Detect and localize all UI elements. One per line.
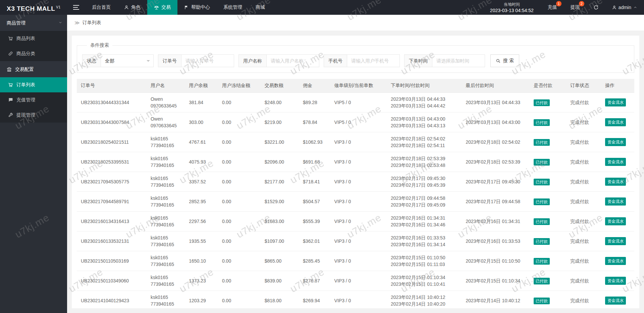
fund-flow-button[interactable]: 资金流水: [605, 257, 626, 265]
user-account: 773940165: [151, 261, 181, 268]
phone-filter: 手机号: [324, 54, 400, 67]
paid-status-cell: 已付款: [530, 291, 566, 309]
nav-help-center[interactable]: 帮助中心: [177, 0, 217, 15]
user-name: ksk0165: [151, 254, 181, 261]
nav-mall[interactable]: 商城: [249, 0, 272, 15]
table-row: UB2302141040129423 ksk0165 773940165 120…: [77, 291, 634, 309]
action-cell: 资金流水: [601, 172, 634, 192]
order-time: 2023年02月18日 02:53:39: [391, 155, 458, 162]
user-icon: [612, 5, 616, 10]
sidebar-section-trade-config[interactable]: 交易配置: [0, 61, 67, 77]
recharge-button[interactable]: 充值 1: [541, 0, 564, 15]
local-time-value: 2023-03-13 04:54:52: [490, 7, 534, 13]
fund-flow-button[interactable]: 资金流水: [605, 297, 626, 305]
user-account: 773940165: [151, 301, 181, 307]
order-no-cell: UB2302170944589791: [77, 192, 147, 212]
commission-cell: $691.68: [299, 152, 330, 172]
user-name: ksk0165: [151, 175, 181, 182]
paid-badge: 已付款: [534, 258, 550, 265]
fund-flow-button[interactable]: 资金流水: [605, 118, 626, 126]
user-account: 773940165: [151, 162, 181, 169]
flag-icon: [184, 5, 189, 10]
trade-amount-cell: $1529.00: [261, 192, 299, 212]
fund-flow-button[interactable]: 资金流水: [605, 197, 626, 206]
fund-flow-button[interactable]: 资金流水: [605, 158, 626, 166]
order-time: 2023年02月14日 10:40:12: [391, 294, 458, 301]
fund-flow-button[interactable]: 资金流水: [605, 277, 626, 285]
user-menu[interactable]: admin: [605, 0, 644, 15]
user-name: ksk0165: [151, 155, 181, 162]
vip-level-cell: VIP5 / 0: [330, 93, 387, 113]
nav-roles[interactable]: 角色: [117, 0, 147, 15]
frozen-cell: 0.00: [218, 132, 261, 152]
search-icon: [496, 58, 501, 63]
fund-flow-button[interactable]: 资金流水: [605, 138, 626, 146]
frozen-cell: 0.00: [218, 192, 261, 212]
table-row: UB2302180254021511 ksk0165 773940165 476…: [77, 132, 634, 152]
fund-flow-button[interactable]: 资金流水: [605, 178, 626, 186]
menu-toggle-icon[interactable]: [67, 0, 85, 15]
withdraw-button[interactable]: 提现 2: [564, 0, 587, 15]
sidebar-item-withdraw[interactable]: 提现管理: [0, 107, 67, 123]
user-account: 773940165: [151, 182, 181, 188]
order-pay-time-cell: 2023年02月18日 02:54:02 2023年02月18日 02:54:1…: [387, 132, 462, 152]
column-header: 订单号: [77, 79, 147, 93]
last-pay-time-cell: 2023年03月13日 04:44:33: [462, 93, 530, 113]
frozen-cell: 0.00: [218, 212, 261, 231]
chevron-up-icon: [633, 5, 637, 9]
user-cell: ksk0165 773940165: [147, 291, 185, 309]
user-cell: ksk0165 773940165: [147, 152, 185, 172]
nav-system[interactable]: 系统管理: [217, 0, 249, 15]
order-status-cell: 完成付款: [566, 113, 601, 132]
user-name: ksk0165: [151, 274, 181, 281]
breadcrumb: ≫ 订单列表: [67, 15, 644, 31]
cart-icon: [8, 36, 13, 41]
fund-flow-button[interactable]: 资金流水: [605, 217, 626, 225]
scales-icon: [154, 5, 159, 10]
vip-level-cell: VIP3 / 0: [330, 172, 387, 192]
order-time-input[interactable]: [432, 54, 485, 67]
user-cell: ksk0165 773940165: [147, 231, 185, 251]
pay-time: 2023年02月17日 09:45:09: [391, 202, 458, 208]
frozen-cell: 0.00: [218, 251, 261, 271]
sidebar-item-product-category[interactable]: 商品分类: [0, 46, 67, 61]
fund-flow-button[interactable]: 资金流水: [605, 237, 626, 245]
search-button[interactable]: 搜 索: [490, 54, 519, 67]
order-status-cell: 完成付款: [566, 291, 601, 309]
frozen-cell: 0.00: [218, 152, 261, 172]
column-header: 用户冻结金额: [218, 79, 261, 93]
pay-time: 2023年03月13日 04:43:13: [391, 122, 458, 129]
nav-dashboard[interactable]: 后台首页: [85, 0, 117, 15]
sidebar-item-recharge[interactable]: 充值管理: [0, 92, 67, 107]
user-account: 0970633645: [151, 122, 181, 129]
paid-status-cell: 已付款: [530, 271, 566, 291]
fund-flow-button[interactable]: 资金流水: [605, 98, 626, 106]
commission-cell: $1062.93: [299, 132, 330, 152]
pay-time: 2023年02月14日 10:40:20: [391, 301, 458, 307]
order-time-filter: 下单时间: [404, 54, 485, 67]
nav-trade[interactable]: 交易: [147, 0, 177, 15]
top-nav: 后台首页 角色 交易 帮助中心 系统管理 商城: [85, 0, 272, 15]
last-pay-time-cell: 2023年02月15日 01:10:34: [462, 271, 530, 291]
action-cell: 资金流水: [601, 152, 634, 172]
user-name-input[interactable]: [266, 54, 319, 67]
sidebar-item-order-list[interactable]: 订单列表: [0, 77, 67, 92]
sidebar-section-products[interactable]: 商品管理: [0, 15, 67, 31]
order-no-cell: UB2302160133532131: [77, 231, 147, 251]
frozen-cell: 0.00: [218, 291, 261, 309]
sidebar-item-product-list[interactable]: 商品列表: [0, 31, 67, 46]
order-pay-time-cell: 2023年02月18日 02:53:39 2023年02月18日 02:53:4…: [387, 152, 462, 172]
commission-cell: $276.87: [299, 271, 330, 291]
paid-badge: 已付款: [534, 278, 550, 284]
paid-status-cell: 已付款: [530, 93, 566, 113]
status-select[interactable]: 全部: [101, 54, 154, 67]
balance-cell: 2297.56: [185, 212, 218, 231]
phone-label: 手机号: [324, 54, 347, 67]
last-pay-time-cell: 2023年02月18日 02:54:02: [462, 132, 530, 152]
paid-badge: 已付款: [534, 198, 550, 205]
order-no-input[interactable]: [181, 54, 234, 67]
phone-input[interactable]: [347, 54, 400, 67]
action-cell: 资金流水: [601, 271, 634, 291]
table-row: UB2302180253395531 ksk0165 773940165 407…: [77, 152, 634, 172]
refresh-button[interactable]: [587, 0, 605, 15]
